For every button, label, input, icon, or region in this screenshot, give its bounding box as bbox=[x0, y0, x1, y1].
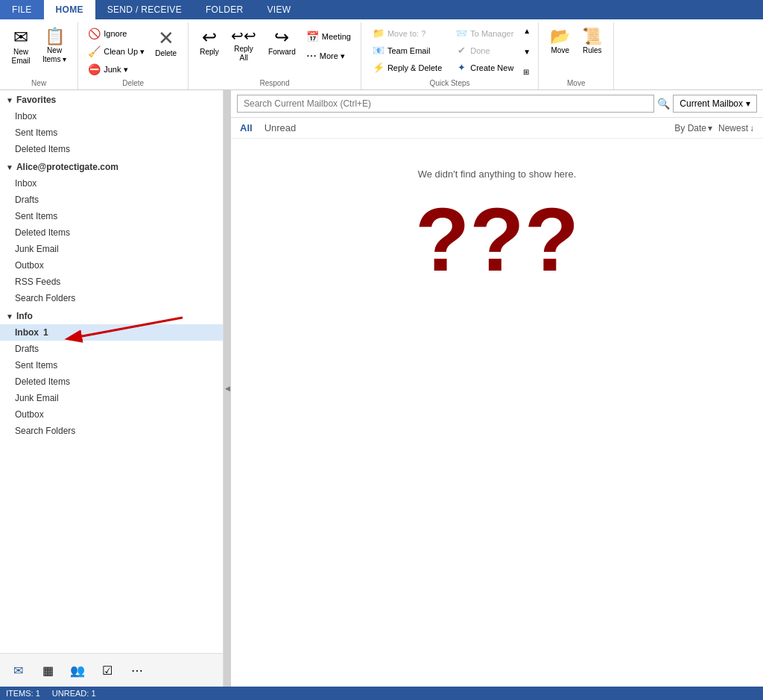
reply-delete-button[interactable]: ⚡ Reply & Delete bbox=[367, 60, 447, 75]
sidebar-item-alice-inbox[interactable]: Inbox bbox=[0, 175, 223, 192]
filter-all-button[interactable]: All bbox=[240, 122, 253, 133]
favorites-header[interactable]: ▼ Favorites bbox=[0, 90, 223, 108]
sort-newest-button[interactable]: Newest ↓ bbox=[718, 123, 754, 133]
nav-tasks-button[interactable]: ☑ bbox=[95, 658, 119, 682]
question-mark-3: ? bbox=[525, 195, 579, 284]
nav-more-button[interactable]: ⋯ bbox=[125, 658, 149, 682]
more-button[interactable]: ⋯ More ▾ bbox=[303, 48, 355, 64]
info-inbox-label: Inbox bbox=[15, 327, 39, 338]
sidebar-item-info-sent[interactable]: Sent Items bbox=[0, 357, 223, 373]
sidebar-item-info-junk[interactable]: Junk Email bbox=[0, 390, 223, 406]
to-manager-button[interactable]: 📨 To Manager bbox=[450, 25, 519, 41]
sidebar-collapse-handle[interactable]: ◀ bbox=[224, 90, 231, 687]
tab-send-receive[interactable]: SEND / RECEIVE bbox=[95, 0, 194, 19]
cleanup-button[interactable]: 🧹 Clean Up ▾ bbox=[84, 43, 148, 60]
rules-icon: 📜 bbox=[582, 28, 602, 45]
sidebar-item-favorites-sent[interactable]: Sent Items bbox=[0, 124, 223, 141]
sidebar-item-alice-deleted[interactable]: Deleted Items bbox=[0, 224, 223, 241]
alice-rss-label: RSS Feeds bbox=[15, 277, 60, 287]
new-email-icon: ✉ bbox=[13, 28, 28, 46]
alice-search-label: Search Folders bbox=[15, 293, 75, 303]
quicksteps-expand[interactable]: ⊞ bbox=[522, 66, 532, 78]
info-label: Info bbox=[16, 311, 33, 321]
quicksteps-arrows: ▲ ▼ ⊞ bbox=[522, 25, 532, 78]
search-bar: 🔍 Current Mailbox ▾ bbox=[231, 90, 763, 118]
sidebar-item-info-drafts[interactable]: Drafts bbox=[0, 341, 223, 357]
team-email-label: Team Email bbox=[387, 46, 430, 55]
move-button[interactable]: 📂 Move bbox=[545, 25, 575, 58]
tab-view[interactable]: VIEW bbox=[255, 0, 303, 19]
done-button[interactable]: ✔ Done bbox=[450, 42, 519, 58]
sidebar-item-info-inbox[interactable]: Inbox 1 bbox=[0, 324, 223, 341]
sidebar-item-favorites-inbox[interactable]: Inbox bbox=[0, 108, 223, 124]
alice-inbox-label: Inbox bbox=[15, 178, 37, 189]
cleanup-label: Clean Up ▾ bbox=[104, 47, 145, 57]
quicksteps-down[interactable]: ▼ bbox=[522, 46, 532, 57]
info-deleted-label: Deleted Items bbox=[15, 376, 70, 387]
nav-mail-button[interactable]: ✉ bbox=[6, 658, 30, 682]
sidebar-item-alice-rss[interactable]: RSS Feeds bbox=[0, 274, 223, 290]
move-to-button[interactable]: 📁 Move to: ? bbox=[367, 25, 447, 41]
search-input[interactable] bbox=[237, 95, 654, 113]
reply-all-button[interactable]: ↩↩ ReplyAll bbox=[226, 25, 262, 66]
ribbon-group-delete: 🚫 Ignore 🧹 Clean Up ▾ ⛔ Junk ▾ ✕ Delete bbox=[78, 22, 189, 89]
alice-header[interactable]: ▼ Alice@protectigate.com bbox=[0, 157, 223, 175]
sidebar-item-info-deleted[interactable]: Deleted Items bbox=[0, 373, 223, 390]
sidebar-section-alice: ▼ Alice@protectigate.com Inbox Drafts Se… bbox=[0, 157, 223, 306]
move-group-items: 📂 Move 📜 Rules bbox=[545, 25, 607, 78]
to-manager-icon: 📨 bbox=[455, 28, 467, 39]
sidebar-item-alice-junk[interactable]: Junk Email bbox=[0, 241, 223, 257]
sort-by-date-button[interactable]: By Date ▾ bbox=[674, 123, 712, 133]
info-inbox-badge: 1 bbox=[43, 327, 48, 338]
info-drafts-label: Drafts bbox=[15, 344, 39, 354]
favorites-chevron: ▼ bbox=[6, 96, 13, 104]
more-label: More ▾ bbox=[320, 51, 345, 61]
junk-label: Junk ▾ bbox=[104, 65, 127, 75]
sidebar-item-alice-outbox[interactable]: Outbox bbox=[0, 257, 223, 274]
reply-icon: ↩ bbox=[202, 28, 217, 46]
info-outbox-label: Outbox bbox=[15, 409, 44, 420]
new-email-button[interactable]: ✉ NewEmail bbox=[6, 25, 36, 69]
sidebar-content: ▼ Favorites Inbox Sent Items Deleted Ite… bbox=[0, 90, 223, 653]
ignore-label: Ignore bbox=[104, 29, 127, 38]
search-mailbox-dropdown[interactable]: Current Mailbox ▾ bbox=[673, 95, 757, 113]
new-items-label: NewItems ▾ bbox=[42, 46, 66, 64]
tab-file[interactable]: FILE bbox=[0, 0, 44, 19]
info-junk-label: Junk Email bbox=[15, 393, 59, 403]
nav-people-button[interactable]: 👥 bbox=[66, 658, 89, 682]
favorites-inbox-label: Inbox bbox=[15, 111, 37, 122]
tab-folder[interactable]: FOLDER bbox=[194, 0, 255, 19]
create-new-button[interactable]: ✦ Create New bbox=[450, 60, 519, 75]
sidebar-item-info-outbox[interactable]: Outbox bbox=[0, 406, 223, 423]
reply-delete-icon: ⚡ bbox=[373, 62, 384, 73]
forward-button[interactable]: ↪ Forward bbox=[263, 25, 301, 60]
ignore-button[interactable]: 🚫 Ignore bbox=[84, 25, 148, 42]
sidebar-item-alice-search[interactable]: Search Folders bbox=[0, 290, 223, 306]
team-email-button[interactable]: 📧 Team Email bbox=[367, 42, 447, 58]
meeting-button[interactable]: 📅 Meeting bbox=[303, 28, 355, 45]
junk-button[interactable]: ⛔ Junk ▾ bbox=[84, 61, 148, 78]
nav-calendar-button[interactable]: ▦ bbox=[36, 658, 60, 682]
sidebar-item-alice-drafts[interactable]: Drafts bbox=[0, 192, 223, 208]
tab-home[interactable]: HOME bbox=[44, 0, 95, 19]
reply-label: Reply bbox=[200, 48, 219, 57]
sidebar-item-favorites-deleted[interactable]: Deleted Items bbox=[0, 141, 223, 157]
rules-button[interactable]: 📜 Rules bbox=[577, 25, 607, 58]
sidebar-item-info-search[interactable]: Search Folders bbox=[0, 423, 223, 439]
quicksteps-up[interactable]: ▲ bbox=[522, 25, 532, 37]
sidebar-nav-bar: ✉ ▦ 👥 ☑ ⋯ bbox=[0, 653, 223, 687]
favorites-sent-label: Sent Items bbox=[15, 127, 57, 138]
info-search-label: Search Folders bbox=[15, 426, 75, 436]
reply-button[interactable]: ↩ Reply bbox=[194, 25, 224, 60]
new-group-items: ✉ NewEmail 📋 NewItems ▾ bbox=[6, 25, 72, 78]
info-header[interactable]: ▼ Info bbox=[0, 306, 223, 324]
cleanup-icon: 🧹 bbox=[88, 45, 101, 57]
search-icon: 🔍 bbox=[657, 98, 670, 110]
sidebar-item-alice-sent[interactable]: Sent Items bbox=[0, 208, 223, 224]
quicksteps-col1: 📁 Move to: ? 📧 Team Email ⚡ Reply & Dele… bbox=[367, 25, 447, 75]
info-sent-label: Sent Items bbox=[15, 360, 57, 371]
delete-button[interactable]: ✕ Delete bbox=[150, 25, 182, 61]
ribbon: FILE HOME SEND / RECEIVE FOLDER VIEW ✉ N… bbox=[0, 0, 763, 90]
new-items-button[interactable]: 📋 NewItems ▾ bbox=[37, 25, 72, 67]
filter-unread-button[interactable]: Unread bbox=[265, 122, 297, 133]
